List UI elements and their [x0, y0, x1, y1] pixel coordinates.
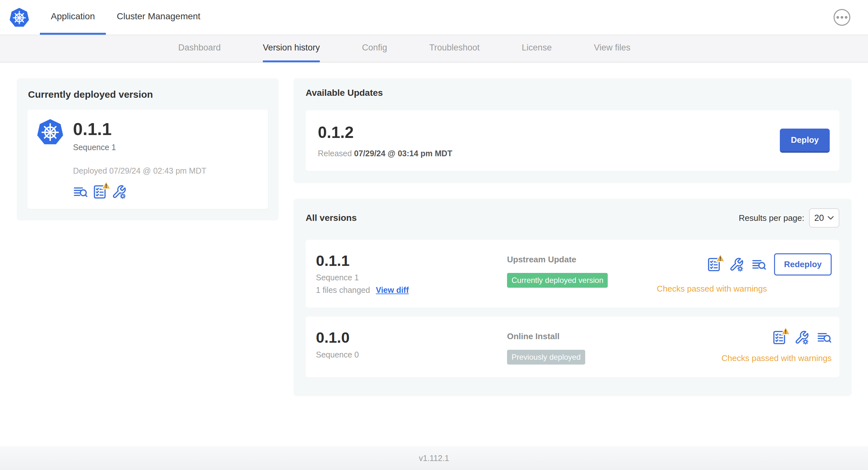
row-sequence: Sequence 1	[316, 273, 507, 282]
all-versions-panel: All versions Results per page: 20	[293, 199, 851, 396]
preflight-checks-icon[interactable]	[772, 330, 786, 345]
deploy-logs-icon[interactable]	[817, 330, 832, 345]
status-badge: Currently deployed version	[507, 273, 608, 288]
version-source-label: Online Install	[507, 331, 722, 341]
available-updates-panel: Available Updates 0.1.2 Released 07/29/2…	[293, 78, 851, 183]
results-per-page-value: 20	[814, 213, 824, 223]
app-subnav: Dashboard Version history Config Trouble…	[0, 35, 868, 62]
kubernetes-logo	[0, 0, 30, 35]
deployed-sequence: Sequence 1	[73, 143, 207, 152]
tab-version-history[interactable]: Version history	[263, 35, 320, 62]
results-per-page-select[interactable]: 20	[809, 208, 839, 228]
deploy-logs-icon[interactable]	[73, 184, 88, 199]
currently-deployed-title: Currently deployed version	[28, 89, 267, 100]
tab-view-files[interactable]: View files	[594, 35, 630, 62]
top-header: Application Cluster Management	[0, 0, 868, 35]
redeploy-button[interactable]: Redeploy	[774, 253, 832, 275]
warning-triangle-icon	[101, 181, 111, 190]
update-card: 0.1.2 Released 07/29/24 @ 03:14 pm MDT D…	[306, 110, 839, 171]
config-values-icon[interactable]	[112, 184, 126, 199]
app-icon-kubernetes	[36, 118, 64, 199]
version-source-label: Upstream Update	[507, 255, 657, 265]
tab-troubleshoot[interactable]: Troubleshoot	[429, 35, 480, 62]
config-values-icon[interactable]	[794, 330, 809, 345]
all-versions-title: All versions	[306, 213, 357, 223]
update-version-number: 0.1.2	[318, 123, 452, 142]
warning-triangle-icon	[781, 326, 790, 335]
main-content: Currently deployed version 0.1.1 Sequenc…	[0, 62, 868, 396]
row-version-number: 0.1.1	[316, 253, 507, 268]
checks-status-link[interactable]: Checks passed with warnings	[657, 284, 767, 294]
deploy-button[interactable]: Deploy	[780, 129, 830, 153]
tab-application[interactable]: Application	[40, 0, 106, 35]
row-version-number: 0.1.0	[316, 330, 507, 345]
config-values-icon[interactable]	[729, 257, 744, 272]
checks-status-link[interactable]: Checks passed with warnings	[722, 353, 832, 363]
currently-deployed-card: 0.1.1 Sequence 1 Deployed 07/29/24 @ 02:…	[27, 110, 268, 209]
status-badge: Previously deployed	[507, 350, 585, 365]
tab-dashboard[interactable]: Dashboard	[178, 35, 221, 62]
version-row-0-1-1: 0.1.1 Sequence 1 1 files changed View di…	[306, 240, 839, 308]
view-diff-link[interactable]: View diff	[376, 286, 409, 295]
app-root: Application Cluster Management Dashboard…	[0, 0, 868, 470]
footer-version: v1.112.1	[0, 446, 868, 470]
row-sequence: Sequence 0	[316, 350, 507, 360]
deploy-logs-icon[interactable]	[751, 257, 766, 272]
deployed-version-number: 0.1.1	[73, 120, 207, 138]
available-updates-title: Available Updates	[306, 88, 839, 98]
results-per-page-label: Results per page:	[739, 213, 804, 223]
ellipsis-icon	[836, 16, 839, 19]
deployed-timestamp: Deployed 07/29/24 @ 02:43 pm MDT	[73, 166, 207, 175]
preflight-checks-icon[interactable]	[707, 257, 721, 272]
tab-license[interactable]: License	[522, 35, 552, 62]
tab-cluster-management[interactable]: Cluster Management	[106, 0, 211, 35]
header-tabs: Application Cluster Management	[40, 0, 211, 35]
version-row-0-1-0: 0.1.0 Sequence 0 Online Install Previous…	[306, 317, 839, 377]
preflight-checks-icon[interactable]	[92, 184, 107, 199]
files-changed-label: 1 files changed	[316, 286, 370, 295]
update-released-date: 07/29/24 @ 03:14 pm MDT	[354, 149, 452, 158]
warning-triangle-icon	[715, 253, 725, 262]
chevron-down-icon	[827, 216, 834, 220]
tab-config[interactable]: Config	[362, 35, 387, 62]
more-menu-button[interactable]	[834, 9, 850, 26]
currently-deployed-panel: Currently deployed version 0.1.1 Sequenc…	[17, 78, 279, 221]
update-released-line: Released 07/29/24 @ 03:14 pm MDT	[318, 149, 452, 158]
